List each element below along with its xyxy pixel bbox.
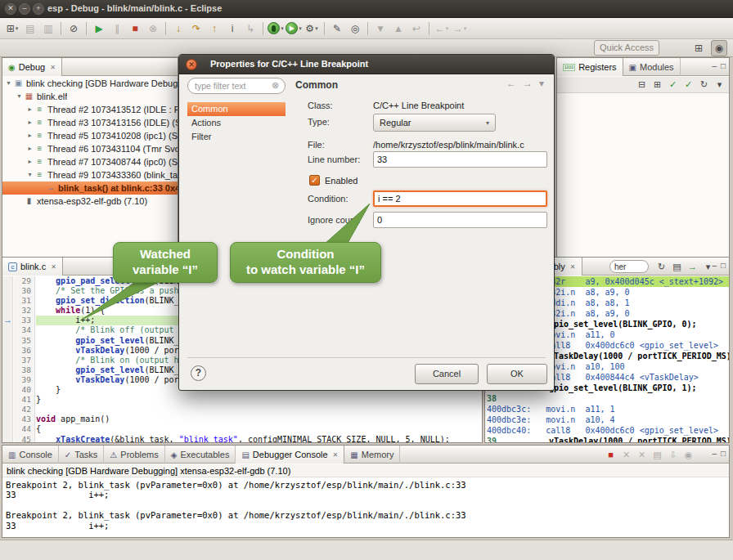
maximize-panel-icon[interactable]: □ xyxy=(721,61,726,70)
close-tab-icon[interactable]: ✕ xyxy=(50,64,56,71)
maximize-panel-icon[interactable]: □ xyxy=(721,261,726,270)
cancel-button[interactable]: Cancel xyxy=(415,364,479,384)
terminate-icon[interactable]: ■ xyxy=(127,20,143,37)
line-number-field[interactable] xyxy=(373,151,547,168)
save-icon[interactable]: ▤ xyxy=(22,20,38,37)
debug-tree-item[interactable]: ▸≡Thread #6 1073431104 (Tmr Svc) (S xyxy=(2,142,178,155)
expand-all-icon[interactable]: ⊞ xyxy=(650,78,664,92)
run-icon[interactable]: ▶▾ xyxy=(286,20,302,37)
close-tab-icon[interactable]: ✕ xyxy=(51,263,56,271)
next-annotation-icon[interactable]: ▼ xyxy=(372,20,389,37)
tab-debug[interactable]: ◉ Debug ✕ xyxy=(2,58,62,76)
dropdown-arrow-icon[interactable]: ▾ xyxy=(16,25,19,32)
minimize-panel-icon[interactable]: – xyxy=(712,261,717,270)
dropdown-arrow-icon[interactable]: ▾ xyxy=(315,25,318,32)
dropdown-arrow-icon[interactable]: ▾ xyxy=(299,25,302,32)
expander-icon[interactable]: ▸ xyxy=(25,129,34,142)
help-button[interactable]: ? xyxy=(191,365,206,381)
minimize-panel-icon[interactable]: – xyxy=(712,449,717,458)
tab-tasks[interactable]: ✓Tasks xyxy=(59,446,105,464)
new-wizard-icon[interactable]: ✎ xyxy=(329,20,345,37)
drop-to-frame-icon[interactable]: ↳ xyxy=(242,20,259,37)
minimize-panel-icon[interactable]: – xyxy=(712,61,717,70)
editor-annotation-ruler[interactable] xyxy=(2,276,13,442)
resume-icon[interactable]: ▶ xyxy=(91,20,107,37)
step-into-icon[interactable]: ↓ xyxy=(170,20,187,37)
step-return-icon[interactable]: ↑ xyxy=(206,20,223,37)
dropdown-arrow-icon[interactable]: ▾ xyxy=(464,25,467,32)
debug-tree-item[interactable]: →blink_task() at blink.c:33 0x400db xyxy=(2,181,178,195)
pin-console-icon[interactable]: ◉ xyxy=(681,448,695,461)
step-over-icon[interactable]: ↷ xyxy=(188,20,205,37)
terminate-icon[interactable]: ■ xyxy=(604,448,618,461)
ignore-count-field[interactable] xyxy=(373,212,547,228)
remove-launch-icon[interactable]: ✕ xyxy=(619,448,633,461)
expander-icon[interactable]: ▾ xyxy=(4,77,13,90)
search-icon[interactable]: ◎ xyxy=(347,20,363,37)
last-edit-location-icon[interactable]: ↩ xyxy=(408,20,425,37)
dropdown-arrow-icon[interactable]: ▾ xyxy=(446,25,449,32)
refresh-icon[interactable]: ↻ xyxy=(654,260,668,273)
dialog-close-icon[interactable]: ✕ xyxy=(186,59,197,70)
expander-icon[interactable]: ▾ xyxy=(15,90,24,103)
console-output[interactable]: Breakpoint 2, blink_task (pvParameter=0x… xyxy=(2,477,729,537)
instruction-stepping-icon[interactable]: i xyxy=(224,20,241,37)
tab-registers[interactable]: 1010 Registers xyxy=(557,58,623,76)
expander-icon[interactable]: ▾ xyxy=(25,168,34,181)
debug-perspective-icon[interactable]: ◉ xyxy=(711,40,727,56)
external-tools-icon[interactable]: ⚙▾ xyxy=(304,20,320,37)
dialog-filter-input[interactable] xyxy=(187,78,286,94)
dialog-nav-common[interactable]: Common xyxy=(187,102,286,116)
show-type-names-icon[interactable]: ✓ xyxy=(666,78,680,92)
dialog-nav-actions[interactable]: Actions xyxy=(187,116,286,130)
refresh-icon[interactable]: ↻ xyxy=(697,78,711,92)
window-maximize-icon[interactable]: + xyxy=(33,3,44,15)
new-icon[interactable]: ⊞▾ xyxy=(4,20,20,37)
type-dropdown[interactable]: Regular ▾ xyxy=(373,114,496,132)
window-close-icon[interactable]: ✕ xyxy=(5,3,16,15)
expander-icon[interactable]: ▸ xyxy=(25,142,34,155)
tab-problems[interactable]: ⚠Problems xyxy=(104,446,164,464)
previous-annotation-icon[interactable]: ▲ xyxy=(390,20,407,37)
debug-tree-item[interactable]: ▸≡Thread #2 1073413512 (IDLE : Runn xyxy=(2,103,178,116)
clear-filter-icon[interactable]: ⊗ xyxy=(272,80,279,91)
tab-console[interactable]: ▥Console xyxy=(2,446,59,464)
tab-blink-c[interactable]: c blink.c ✕ xyxy=(2,258,63,276)
back-icon[interactable]: ←▾ xyxy=(434,20,450,37)
disconnect-icon[interactable]: ⊗ xyxy=(145,20,161,37)
show-logical-structure-icon[interactable]: ✓ xyxy=(681,78,695,92)
open-perspective-icon[interactable]: ⊞ xyxy=(690,40,707,56)
dialog-nav-filter[interactable]: Filter xyxy=(187,130,286,144)
collapse-all-icon[interactable]: ⊟ xyxy=(635,78,649,92)
show-source-icon[interactable]: ▤ xyxy=(670,260,684,273)
ok-button[interactable]: OK xyxy=(487,364,547,384)
tab-memory[interactable]: ▦Memory xyxy=(344,446,400,464)
back-icon[interactable]: ← xyxy=(506,78,516,89)
expander-icon[interactable]: ▸ xyxy=(25,155,34,168)
debug-tree-item[interactable]: ▾▣blink checking [GDB Hardware Debug xyxy=(2,77,178,90)
scroll-lock-icon[interactable]: ⇩ xyxy=(666,448,680,461)
forward-icon[interactable]: → xyxy=(523,78,533,89)
clear-console-icon[interactable]: ▤ xyxy=(650,448,664,461)
view-menu-icon[interactable]: ▾ xyxy=(713,78,726,92)
expander-icon[interactable]: ▸ xyxy=(25,116,34,129)
save-all-icon[interactable]: ▥ xyxy=(40,20,56,37)
tab-executables[interactable]: ◈Executables xyxy=(165,446,236,464)
suspend-icon[interactable]: ∥ xyxy=(109,20,125,37)
view-menu-icon[interactable]: ▾ xyxy=(539,78,544,89)
debug-tree-item[interactable]: ▸≡Thread #3 1073413156 (IDLE) (Susp xyxy=(2,116,178,129)
sync-with-pc-icon[interactable]: → xyxy=(686,260,699,273)
skip-all-breakpoints-icon[interactable]: ⊘ xyxy=(65,20,82,37)
maximize-panel-icon[interactable]: □ xyxy=(721,449,726,458)
debug-tree-item[interactable]: ▸≡Thread #5 1073410208 (ipc1) (Susp xyxy=(2,129,178,142)
dropdown-arrow-icon[interactable]: ▾ xyxy=(281,25,284,32)
tab-modules[interactable]: ▣ Modules xyxy=(623,58,681,76)
close-tab-icon[interactable]: ✕ xyxy=(570,263,576,271)
disassembly-location-input[interactable] xyxy=(609,260,649,273)
quick-access-button[interactable]: Quick Access xyxy=(594,40,659,56)
debug-tree-item[interactable]: ▾▦blink.elf xyxy=(2,90,178,103)
enabled-checkbox[interactable]: ✓ xyxy=(309,175,320,186)
debug-icon[interactable]: ▾ xyxy=(268,20,284,37)
close-tab-icon[interactable]: ✕ xyxy=(333,451,339,459)
debug-tree-item[interactable]: ▸≡Thread #7 1073408744 (ipc0) (Susp xyxy=(2,155,178,168)
